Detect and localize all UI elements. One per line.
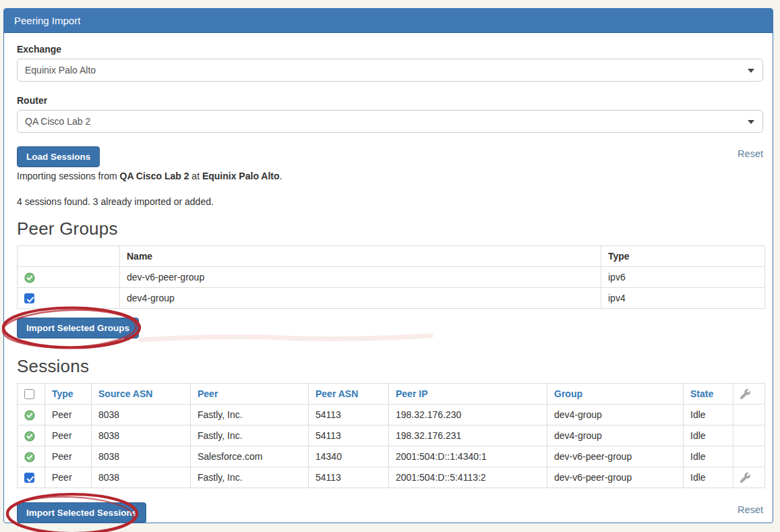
sessions-peer-ip-header: Peer IP: [389, 384, 547, 405]
session-row: Peer 8038 Salesforce.com 14340 2001:504:…: [18, 446, 765, 467]
session-peer-asn: 54113: [309, 405, 389, 425]
import-selected-sessions-button[interactable]: Import Selected Sessions: [17, 502, 146, 523]
sessions-peer-asn-header: Peer ASN: [309, 384, 389, 405]
imported-check-icon: [24, 272, 35, 283]
peer-groups-header-row: Name Type: [18, 246, 765, 267]
sessions-source-asn-header: Source ASN: [92, 384, 191, 405]
sessions-state-header: State: [684, 384, 733, 405]
peer-group-type: ipv4: [601, 288, 765, 309]
router-select-value: QA Cisco Lab 2: [25, 116, 90, 127]
session-peer: Fastly, Inc.: [191, 425, 309, 446]
session-group: dev4-group: [547, 425, 684, 446]
peer-group-type: ipv6: [601, 267, 765, 288]
session-group: dev-v6-peer-group: [547, 467, 684, 488]
session-type: Peer: [45, 446, 92, 467]
peer-groups-status-header: [18, 246, 120, 267]
peer-group-checkbox[interactable]: [24, 293, 34, 303]
import-selected-groups-button[interactable]: Import Selected Groups: [17, 318, 139, 338]
session-row: Peer 8038 Fastly, Inc. 54113 198.32.176.…: [18, 425, 765, 446]
session-peer-asn: 54113: [309, 425, 389, 446]
session-peer: Fastly, Inc.: [191, 405, 309, 425]
session-source-asn: 8038: [92, 405, 191, 425]
session-peer: Salesforce.com: [191, 446, 309, 467]
peering-import-page: Peering Import Exchange Equinix Palo Alt…: [0, 0, 780, 532]
session-peer-asn: 14340: [309, 446, 389, 467]
session-state: Idle: [684, 446, 733, 467]
session-peer-ip: 2001:504:D::1:4340:1: [389, 446, 547, 467]
session-peer: Fastly, Inc.: [191, 467, 309, 488]
select-all-checkbox[interactable]: [24, 389, 34, 399]
session-checkbox[interactable]: [24, 473, 34, 483]
peer-group-name: dev-v6-peer-group: [120, 267, 601, 288]
session-source-asn: 8038: [92, 425, 191, 446]
exchange-select-value: Equinix Palo Alto: [25, 65, 96, 76]
peer-groups-type-header: Type: [601, 246, 765, 267]
imported-check-icon: [24, 452, 35, 463]
reset-link-bottom[interactable]: Reset: [738, 504, 763, 515]
panel-body: Exchange Equinix Palo Alto Router QA Cis…: [4, 33, 773, 531]
session-row: Peer 8038 Fastly, Inc. 54113 2001:504:D:…: [18, 467, 765, 488]
exchange-select[interactable]: Equinix Palo Alto: [17, 59, 763, 82]
sessions-group-header: Group: [547, 384, 684, 405]
importing-exchange-name: Equinix Palo Alto: [202, 171, 280, 181]
session-type: Peer: [45, 405, 92, 425]
session-state: Idle: [684, 467, 733, 488]
wrench-icon[interactable]: [740, 473, 750, 483]
session-peer-ip: 198.32.176.231: [389, 425, 547, 446]
imported-check-icon: [24, 431, 35, 442]
session-state: Idle: [684, 425, 733, 446]
sessions-header-row: Type Source ASN Peer Peer ASN Peer IP Gr…: [18, 384, 765, 405]
peer-group-name: dev4-group: [120, 288, 601, 309]
sessions-type-header: Type: [45, 384, 92, 405]
sessions-heading: Sessions: [17, 356, 763, 377]
peer-groups-table: Name Type dev-v6-peer-group ipv6: [17, 245, 765, 309]
exchange-label: Exchange: [17, 44, 763, 55]
sessions-peer-header: Peer: [191, 384, 309, 405]
panel-title: Peering Import: [4, 9, 773, 33]
peering-import-panel: Peering Import Exchange Equinix Palo Alt…: [3, 8, 773, 523]
session-peer-ip: 198.32.176.230: [389, 405, 547, 425]
session-state: Idle: [684, 405, 733, 425]
load-sessions-button[interactable]: Load Sessions: [17, 146, 100, 167]
caret-down-icon: [748, 120, 754, 124]
session-group: dev-v6-peer-group: [547, 446, 684, 467]
router-label: Router: [17, 95, 763, 106]
sessions-table: Type Source ASN Peer Peer ASN Peer IP Gr…: [17, 383, 765, 488]
importing-router-name: QA Cisco Lab 2: [120, 171, 189, 181]
peer-groups-name-header: Name: [120, 246, 601, 267]
imported-check-icon: [24, 410, 35, 421]
session-peer-ip: 2001:504:D::5:4113:2: [389, 467, 547, 488]
importing-status-text: Importing sessions from QA Cisco Lab 2 a…: [17, 171, 763, 181]
wrench-icon[interactable]: [740, 389, 750, 399]
router-select[interactable]: QA Cisco Lab 2: [17, 110, 763, 133]
reset-link-top[interactable]: Reset: [738, 148, 763, 159]
session-group: dev4-group: [547, 405, 684, 425]
peer-groups-heading: Peer Groups: [17, 218, 763, 239]
caret-down-icon: [748, 69, 754, 73]
sessions-summary-text: 4 sessions found. 3 already imported or …: [17, 196, 763, 207]
session-source-asn: 8038: [92, 467, 191, 488]
session-row: Peer 8038 Fastly, Inc. 54113 198.32.176.…: [18, 405, 765, 425]
session-source-asn: 8038: [92, 446, 191, 467]
session-type: Peer: [45, 467, 92, 488]
session-peer-asn: 54113: [309, 467, 389, 488]
peer-group-row: dev-v6-peer-group ipv6: [18, 267, 765, 288]
peer-group-row: dev4-group ipv4: [18, 288, 765, 309]
session-type: Peer: [45, 425, 92, 446]
